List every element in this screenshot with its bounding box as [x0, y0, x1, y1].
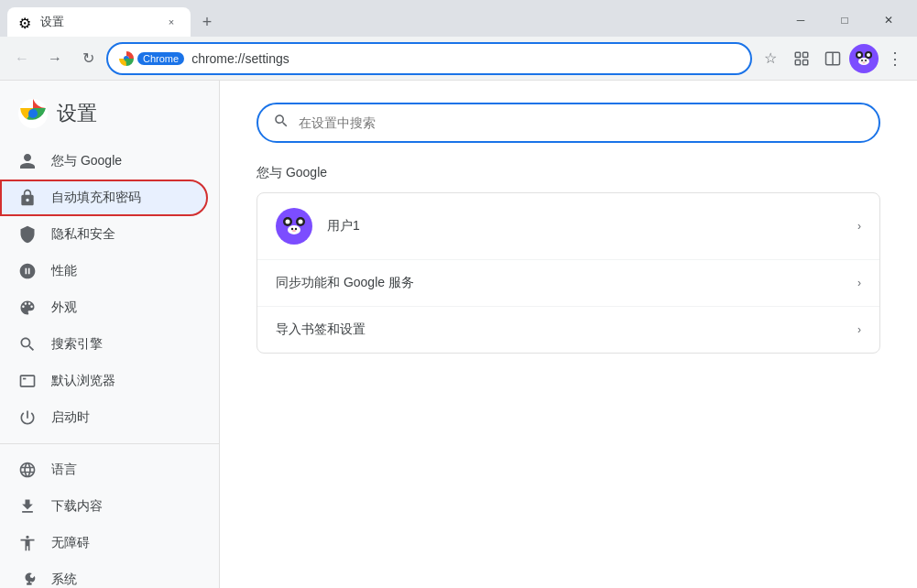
- sidebar-title: 设置: [57, 100, 97, 127]
- address-text: chrome://settings: [191, 51, 739, 66]
- svg-point-15: [865, 60, 867, 61]
- tab-close-button[interactable]: ×: [163, 14, 180, 30]
- svg-point-14: [861, 60, 863, 61]
- svg-point-29: [292, 230, 296, 232]
- settings-chrome-logo-icon: [18, 99, 48, 128]
- svg-rect-2: [803, 52, 808, 57]
- person-icon: [18, 152, 37, 170]
- profile-button[interactable]: [849, 44, 879, 73]
- svg-rect-4: [803, 60, 808, 64]
- sidebar-item-autofill[interactable]: 自动填充和密码: [0, 180, 208, 216]
- sidebar: 设置 您与 Google 自动填充和密码: [0, 81, 220, 588]
- card-item-user-label: 用户1: [327, 218, 857, 234]
- sidebar-item-you-google[interactable]: 您与 Google: [0, 143, 208, 180]
- menu-button[interactable]: ⋮: [880, 44, 910, 73]
- sidebar-item-downloads[interactable]: 下载内容: [0, 488, 208, 525]
- speed-icon: [18, 262, 37, 280]
- sidebar-divider: [0, 443, 219, 444]
- svg-point-11: [867, 53, 870, 57]
- search-input[interactable]: [299, 115, 864, 130]
- profile-avatar-icon: [851, 46, 877, 71]
- svg-rect-1: [795, 52, 800, 57]
- chrome-logo-icon: [119, 51, 134, 66]
- globe-icon: [18, 461, 37, 479]
- tab-area: ⚙ 设置 × +: [0, 7, 772, 37]
- user-avatar-icon: [278, 210, 311, 243]
- settings-card: 用户1 › 同步功能和 Google 服务 › 导入书签和设置 ›: [257, 192, 880, 354]
- extensions-button[interactable]: [787, 44, 816, 73]
- svg-point-19: [28, 109, 38, 118]
- chrome-badge: Chrome: [137, 52, 184, 65]
- main-content: 您与 Google: [220, 81, 917, 588]
- palette-icon: [18, 299, 37, 317]
- sidebar-item-system[interactable]: 系统: [0, 561, 208, 588]
- sidebar-nav: 您与 Google 自动填充和密码 隐私和安全: [0, 139, 219, 588]
- sidebar-item-startup[interactable]: 启动时: [0, 399, 208, 436]
- split-view-icon: [824, 50, 841, 67]
- back-button[interactable]: ←: [7, 44, 37, 73]
- new-tab-button[interactable]: +: [194, 9, 220, 35]
- sidebar-label-language: 语言: [51, 462, 77, 478]
- address-bar[interactable]: Chrome chrome://settings: [106, 42, 752, 75]
- card-item-user-arrow: ›: [857, 220, 861, 233]
- card-item-import-label: 导入书签和设置: [276, 321, 857, 338]
- shield-icon: [18, 225, 37, 244]
- minimize-button[interactable]: ─: [780, 7, 822, 33]
- svg-point-10: [857, 53, 861, 57]
- address-favicon: Chrome: [119, 51, 184, 66]
- sidebar-item-language[interactable]: 语言: [0, 452, 208, 488]
- sidebar-label-accessibility: 无障碍: [51, 535, 90, 551]
- bookmark-button[interactable]: ☆: [756, 44, 785, 73]
- svg-point-25: [299, 220, 303, 224]
- card-item-sync[interactable]: 同步功能和 Google 服务 ›: [257, 260, 879, 307]
- card-item-sync-arrow: ›: [857, 277, 861, 289]
- card-item-import[interactable]: 导入书签和设置 ›: [257, 307, 879, 353]
- sidebar-label-performance: 性能: [51, 263, 77, 279]
- close-button[interactable]: ✕: [868, 7, 910, 33]
- user-avatar: [276, 208, 312, 245]
- download-icon: [18, 497, 37, 516]
- sidebar-label-search: 搜索引擎: [51, 336, 103, 353]
- extensions-icon: [793, 50, 810, 67]
- card-item-import-arrow: ›: [857, 323, 861, 336]
- search-bar[interactable]: [257, 103, 880, 143]
- card-item-sync-label: 同步功能和 Google 服务: [276, 275, 857, 291]
- sidebar-item-performance[interactable]: 性能: [0, 253, 208, 289]
- sidebar-item-accessibility[interactable]: 无障碍: [0, 525, 208, 561]
- sidebar-label-autofill: 自动填充和密码: [51, 190, 141, 206]
- tab-favicon: ⚙: [18, 15, 33, 29]
- wrench-icon: [18, 571, 37, 588]
- sidebar-item-default-browser[interactable]: 默认浏览器: [0, 363, 208, 399]
- sidebar-label-default-browser: 默认浏览器: [51, 373, 115, 389]
- active-tab[interactable]: ⚙ 设置 ×: [7, 7, 191, 37]
- split-view-button[interactable]: [818, 44, 847, 73]
- sidebar-label-you-google: 您与 Google: [51, 153, 122, 169]
- power-icon: [18, 408, 37, 427]
- tab-title: 设置: [40, 14, 156, 30]
- search-icon: [18, 335, 37, 354]
- svg-point-16: [863, 61, 866, 63]
- maximize-button[interactable]: □: [824, 7, 866, 33]
- card-item-user[interactable]: 用户1 ›: [257, 193, 879, 260]
- forward-button[interactable]: →: [40, 44, 70, 73]
- toolbar: ← → ↻ Chrome chrome://settings ☆: [0, 37, 917, 81]
- svg-point-24: [286, 220, 290, 224]
- search-bar-wrap: [257, 103, 880, 143]
- toolbar-actions: ☆: [756, 44, 910, 73]
- sidebar-item-search[interactable]: 搜索引擎: [0, 326, 208, 363]
- svg-rect-3: [795, 60, 800, 64]
- sidebar-label-startup: 启动时: [51, 409, 90, 426]
- sidebar-item-appearance[interactable]: 外观: [0, 289, 208, 326]
- sidebar-item-privacy[interactable]: 隐私和安全: [0, 216, 208, 253]
- title-bar: ⚙ 设置 × + ─ □ ✕: [0, 0, 917, 37]
- reload-button[interactable]: ↻: [73, 44, 103, 73]
- search-magnifier-icon: [273, 113, 289, 133]
- content-area: 设置 您与 Google 自动填充和密码: [0, 81, 917, 588]
- accessibility-icon: [18, 534, 37, 552]
- browser-icon: [18, 372, 37, 390]
- svg-rect-20: [23, 378, 26, 380]
- sidebar-header: 设置: [0, 81, 219, 139]
- browser-frame: ⚙ 设置 × + ─ □ ✕ ← → ↻: [0, 0, 917, 588]
- section-title: 您与 Google: [257, 165, 880, 181]
- sidebar-label-downloads: 下载内容: [51, 498, 103, 515]
